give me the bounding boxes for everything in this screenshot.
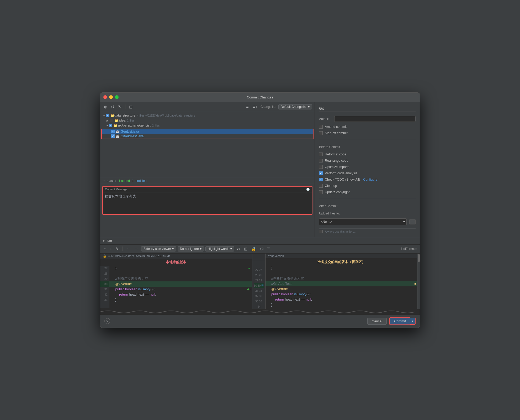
- expand-all-button[interactable]: ≡↑: [252, 104, 258, 110]
- maximize-dot[interactable]: [115, 95, 119, 99]
- signoff-checkbox[interactable]: [319, 131, 323, 135]
- tree-item-data-structure[interactable]: ▾ ✓ 📁 data_structure 4 files ~/J2EE/Idea…: [100, 113, 315, 118]
- right-panel: Git Author: Amend commit Sign-off commit…: [315, 102, 420, 237]
- push-after-commit-checkbox[interactable]: [319, 230, 323, 233]
- status-added: 1 added: [119, 179, 130, 183]
- diff-side-button[interactable]: ⊞: [243, 246, 248, 252]
- expand-icon: ▾: [103, 114, 105, 117]
- tree-item-gitaddtest[interactable]: ✓ ☕ GitAddTest.java: [102, 134, 313, 139]
- code-line-34-left: [100, 302, 252, 308]
- bottom-bar: ? Cancel Commit ▾: [100, 314, 420, 328]
- diff-edit-button[interactable]: ✎: [114, 246, 120, 252]
- right-scrollbar[interactable]: [417, 254, 420, 309]
- tree-item-genlist[interactable]: ✓ ☕ GenList.java: [102, 129, 313, 134]
- push-after-commit-label: Always use this action...: [325, 230, 355, 233]
- diff-title: Diff: [107, 239, 112, 243]
- viewer-dropdown[interactable]: Side-by-side viewer ▾: [141, 246, 176, 251]
- diff-right-button[interactable]: →: [133, 246, 140, 252]
- signoff-label: Sign-off commit: [325, 131, 348, 135]
- diff-settings-1-button[interactable]: ⇄: [236, 246, 241, 252]
- commit-dropdown-button[interactable]: ▾: [410, 318, 416, 325]
- commit-button[interactable]: Commit: [389, 317, 410, 325]
- main-toolbar: ⊕ ↺ ↻ ⊞ ≡ ≡↑ Changelist: Default Changel…: [100, 102, 315, 112]
- undo-button[interactable]: ↺: [110, 104, 115, 110]
- status-bar: ⑂ master 1 added 1 modified: [100, 178, 315, 184]
- viewer-label: Side-by-side viewer: [144, 247, 171, 251]
- tree-item-label-src: src/pers/zhang/genList: [118, 124, 151, 127]
- wave-separator: [100, 309, 420, 314]
- hash-bar: 🔒 426119b5394b4fb2e054fc790b86e251e18a42…: [100, 254, 252, 259]
- upload-dropdown[interactable]: <None> ▾: [319, 218, 407, 225]
- checkbox-genlist[interactable]: ✓: [111, 130, 115, 133]
- commit-message-box: Commit Message 🕐 提交到本地仓库测试: [102, 186, 312, 215]
- author-label: Author:: [319, 117, 332, 121]
- diff-count: 1 difference: [401, 247, 417, 251]
- reformat-checkbox[interactable]: [319, 153, 323, 156]
- cleanup-checkbox[interactable]: [319, 184, 323, 188]
- upload-label: Upload files to:: [319, 212, 416, 215]
- refresh-button[interactable]: ↻: [117, 104, 123, 110]
- tree-item-label-idea: .idea: [118, 119, 125, 122]
- diff-lock-button[interactable]: 🔒: [250, 246, 257, 252]
- reformat-row: Reformat code: [319, 153, 416, 156]
- tree-item-label-genlist: GenList.java: [121, 130, 139, 133]
- diff-section: ▾ Diff ↑ ↓ ✎ ← → Side-by-side viewer ▾ D…: [100, 237, 420, 314]
- code-line-31-left: 31 public boolean isEmpty() { ⊕↑: [100, 287, 252, 292]
- after-commit-title: After Commit: [319, 204, 416, 208]
- minimize-dot[interactable]: [109, 95, 113, 99]
- upload-more-button[interactable]: ···: [409, 219, 416, 224]
- commit-message-label: Commit Message: [105, 188, 128, 191]
- code-analysis-checkbox[interactable]: ✓: [319, 171, 323, 175]
- highlight-dropdown[interactable]: Highlight words ▾: [205, 246, 234, 251]
- branch-icon: ⑂: [103, 179, 105, 183]
- ignore-dropdown[interactable]: Do not ignore ▾: [178, 246, 204, 251]
- configure-link[interactable]: Configure: [363, 178, 377, 181]
- copyright-label: Update copyright: [325, 190, 350, 194]
- checkbox-src[interactable]: ✓: [109, 124, 112, 127]
- todo-row: ✓ Check TODO (Show All) Configure: [319, 178, 416, 181]
- code-line-33-right: return head.next == null;: [266, 297, 417, 302]
- commit-button-group: Commit ▾: [389, 317, 416, 325]
- tree-item-src[interactable]: ▾ ✓ 📁 src/pers/zhang/genList 2 files: [100, 123, 315, 128]
- author-input[interactable]: [334, 116, 416, 122]
- push-after-commit-row: Always use this action...: [319, 230, 416, 233]
- commit-message-header: Commit Message 🕐: [103, 187, 312, 192]
- group-button[interactable]: ⊞: [128, 104, 134, 110]
- add-button[interactable]: ⊕: [103, 104, 108, 110]
- rearrange-label: Rearrange code: [325, 159, 348, 162]
- code-line-32-left: 32 return head.next == null;: [100, 292, 252, 297]
- rearrange-checkbox[interactable]: [319, 159, 323, 162]
- cancel-button[interactable]: Cancel: [367, 318, 387, 325]
- checkbox-gitaddtest[interactable]: ✓: [111, 134, 115, 138]
- git-section-title: Git: [319, 105, 416, 112]
- diff-gear-button[interactable]: ⚙: [259, 246, 265, 252]
- center-checkbox-30[interactable]: ☑: [261, 284, 264, 287]
- cleanup-row: Cleanup: [319, 184, 416, 188]
- tree-item-idea[interactable]: ▶ 📁 .idea 2 files: [100, 118, 315, 123]
- code-line-30-right: //Git Add Test ■: [266, 281, 417, 286]
- commit-message-input[interactable]: 提交到本地仓库测试: [103, 192, 312, 213]
- checkbox-idea[interactable]: [110, 119, 113, 122]
- help-button[interactable]: ?: [104, 318, 110, 324]
- diff-down-button[interactable]: ↓: [109, 246, 113, 252]
- copyright-row: Update copyright: [319, 190, 416, 194]
- checkbox-data-structure[interactable]: ✓: [106, 114, 109, 117]
- diff-left-button[interactable]: ←: [125, 246, 132, 252]
- commit-message-area: Commit Message 🕐 提交到本地仓库测试: [100, 184, 315, 217]
- close-dot[interactable]: [103, 95, 107, 99]
- diff-up-button[interactable]: ↑: [103, 246, 107, 252]
- right-code-label: 准备提交的当前版本（暂存区）: [317, 260, 365, 264]
- collapse-diff-icon[interactable]: ▾: [103, 239, 105, 243]
- collapse-all-button[interactable]: ≡: [245, 104, 250, 110]
- up-arrow-31: ⊕↑: [246, 287, 252, 292]
- center-line-32: 3232: [254, 293, 264, 299]
- upload-dropdown-arrow: ▾: [403, 220, 405, 224]
- java-icon-gitaddtest: ☕: [116, 134, 120, 138]
- changelist-dropdown[interactable]: Default Changelist ▾: [278, 104, 312, 109]
- optimize-checkbox[interactable]: [319, 165, 323, 169]
- todo-checkbox[interactable]: ✓: [319, 178, 323, 181]
- diff-help-button[interactable]: ?: [266, 246, 271, 252]
- ignore-arrow-icon: ▾: [200, 247, 201, 251]
- copyright-checkbox[interactable]: [319, 190, 323, 194]
- amend-checkbox[interactable]: [319, 125, 323, 129]
